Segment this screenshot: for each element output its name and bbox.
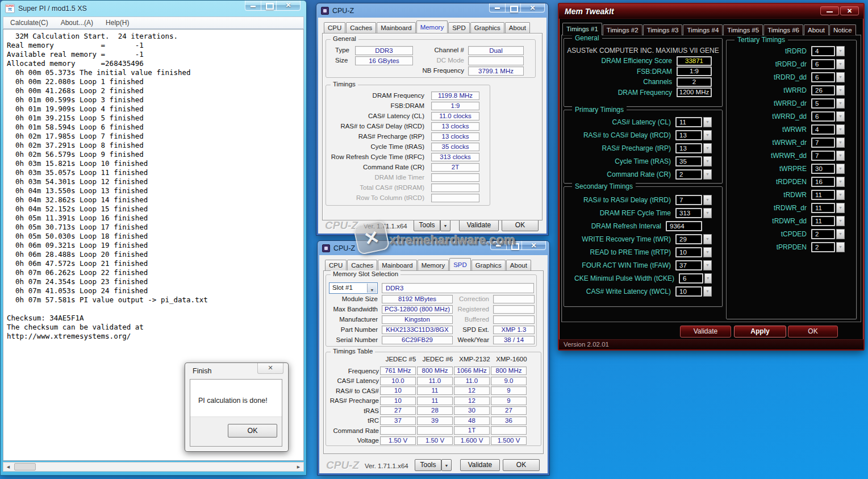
close-icon[interactable]	[277, 1, 301, 11]
mtk-timing-value-field[interactable]: 10	[675, 247, 702, 257]
mtk-timing-value-field[interactable]: 313	[675, 208, 702, 218]
dropdown-arrow-icon[interactable]	[703, 143, 712, 153]
memtweakit-tab[interactable]: About	[804, 24, 829, 35]
mtk-timing-value-field[interactable]: 2	[811, 242, 835, 252]
mtk-timing-value-field[interactable]: 11	[675, 117, 702, 127]
cpuz-tab[interactable]: Caches	[347, 260, 377, 270]
cpuz-tab[interactable]: Graphics	[470, 22, 504, 33]
dropdown-arrow-icon[interactable]	[703, 130, 712, 140]
dropdown-arrow-icon[interactable]	[703, 156, 712, 166]
mtk-timing-value-field[interactable]: 6	[811, 59, 835, 69]
apply-button[interactable]: Apply	[734, 326, 786, 338]
minimize-icon[interactable]	[245, 1, 261, 11]
mtk-timing-value-field[interactable]: 35	[675, 156, 702, 166]
memtweakit-titlebar[interactable]: Mem TweakIt	[559, 4, 863, 19]
dropdown-arrow-icon[interactable]	[836, 190, 845, 200]
validate-button[interactable]: Validate	[680, 326, 731, 338]
mtk-timing-value-field[interactable]: 10	[675, 286, 702, 297]
dropdown-arrow-icon[interactable]	[836, 216, 845, 226]
dropdown-arrow-icon[interactable]	[836, 72, 845, 82]
dropdown-arrow-icon[interactable]	[703, 234, 712, 244]
close-icon[interactable]	[521, 3, 545, 13]
ok-button[interactable]: OK	[228, 424, 277, 438]
memtweakit-tab[interactable]: Notice	[829, 24, 856, 35]
ok-button[interactable]: OK	[788, 326, 838, 338]
dropdown-arrow-icon[interactable]	[836, 177, 845, 187]
mtk-timing-value-field[interactable]: 37	[675, 260, 702, 270]
memtweakit-tab[interactable]: Timings #4	[683, 24, 723, 35]
mtk-timing-value-field[interactable]: 13	[675, 130, 702, 140]
ok-button[interactable]: OK	[503, 459, 540, 471]
menu-about[interactable]: About...(A)	[61, 19, 93, 27]
mtk-timing-value-field[interactable]: 11	[811, 203, 835, 213]
maximize-icon[interactable]	[506, 3, 521, 13]
dropdown-arrow-icon[interactable]	[703, 117, 712, 127]
cpuz-tab[interactable]: CPU	[324, 22, 345, 33]
dropdown-arrow-icon[interactable]	[836, 242, 845, 252]
mtk-timing-value-field[interactable]: 6	[811, 72, 835, 82]
cpuz-tab[interactable]: Caches	[346, 22, 376, 33]
dropdown-arrow-icon[interactable]	[703, 286, 712, 297]
cpuz-tab[interactable]: Memory	[416, 20, 448, 33]
mtk-timing-value-field[interactable]: 7	[675, 195, 702, 205]
dropdown-arrow-icon[interactable]	[836, 124, 845, 135]
cpuz-tab[interactable]: CPU	[325, 260, 347, 270]
slot-select-combobox[interactable]: Slot #1	[329, 282, 378, 294]
mtk-timing-value-field[interactable]: 11	[811, 216, 835, 226]
cpuz-tab[interactable]: SPD	[449, 258, 471, 270]
dropdown-arrow-icon[interactable]	[836, 164, 845, 174]
memtweakit-tab[interactable]: Timings #5	[723, 24, 763, 35]
memtweakit-tab[interactable]: Timings #2	[603, 24, 642, 35]
dropdown-arrow-icon[interactable]	[703, 195, 712, 205]
dropdown-arrow-icon[interactable]	[836, 46, 845, 56]
tools-button[interactable]: Tools	[415, 459, 441, 471]
close-icon[interactable]	[522, 241, 546, 250]
maximize-icon[interactable]	[261, 1, 277, 11]
menu-calculate[interactable]: Calculate(C)	[10, 19, 48, 27]
validate-button[interactable]: Validate	[460, 459, 500, 471]
memtweakit-tab[interactable]: Timings #1	[562, 23, 602, 35]
dropdown-arrow-icon[interactable]	[836, 59, 845, 69]
mtk-timing-value-field[interactable]: 2	[675, 169, 702, 180]
cpuz-titlebar[interactable]: CPU-Z	[316, 3, 548, 18]
cpuz-tab[interactable]: Mainboard	[378, 260, 416, 270]
mtk-timing-value-field[interactable]: 4	[811, 46, 835, 56]
cpuz-tab[interactable]: About	[506, 260, 531, 270]
dropdown-arrow-icon[interactable]	[836, 229, 845, 239]
mtk-timing-value-field[interactable]: 30	[811, 164, 835, 174]
dropdown-arrow-icon[interactable]	[703, 260, 712, 270]
minimize-icon[interactable]	[820, 6, 839, 15]
mtk-timing-value-field[interactable]: 6	[679, 273, 703, 284]
menu-help[interactable]: Help(H)	[106, 19, 129, 27]
dropdown-arrow-icon[interactable]	[836, 138, 845, 148]
dropdown-arrow-icon[interactable]	[703, 169, 712, 180]
mtk-timing-value-field[interactable]: 29	[675, 234, 702, 244]
dropdown-arrow-icon[interactable]	[703, 247, 712, 257]
mtk-timing-value-field[interactable]: 4	[811, 124, 835, 135]
cpuz-tab[interactable]: About	[505, 22, 530, 33]
superpi-titlebar[interactable]: SUPER π Super PI / mod1.5 XS	[1, 1, 306, 16]
mtk-timing-value-field[interactable]: 5	[811, 98, 835, 109]
dropdown-arrow-icon[interactable]	[836, 151, 845, 161]
mtk-timing-value-field[interactable]: 26	[811, 85, 835, 95]
mtk-timing-value-field[interactable]: 7	[811, 138, 835, 148]
scroll-left-icon[interactable]: ◀	[3, 463, 13, 471]
tools-dropdown-icon[interactable]	[441, 459, 452, 471]
mtk-timing-value-field[interactable]: 6	[811, 111, 835, 122]
combo-dropdown-icon[interactable]	[367, 284, 377, 293]
dropdown-arrow-icon[interactable]	[836, 85, 845, 95]
mtk-timing-value-field[interactable]: 11	[811, 190, 835, 200]
mtk-timing-value-field[interactable]: 16	[811, 177, 835, 187]
minimize-icon[interactable]	[489, 3, 506, 13]
cpuz-tab[interactable]: Memory	[418, 260, 449, 270]
dropdown-arrow-icon[interactable]	[836, 203, 845, 213]
cpuz-tab[interactable]: Mainboard	[377, 22, 415, 33]
superpi-horizontal-scrollbar[interactable]: ◀ ▶	[3, 462, 304, 472]
memtweakit-tab[interactable]: Timings #6	[763, 24, 803, 35]
dropdown-arrow-icon[interactable]	[836, 98, 845, 109]
scrollbar-thumb[interactable]	[14, 463, 36, 470]
close-icon[interactable]	[840, 6, 859, 15]
mtk-timing-value-field[interactable]: 7	[811, 151, 835, 161]
cpuz-tab[interactable]: Graphics	[471, 260, 506, 270]
scroll-right-icon[interactable]: ▶	[294, 463, 303, 471]
